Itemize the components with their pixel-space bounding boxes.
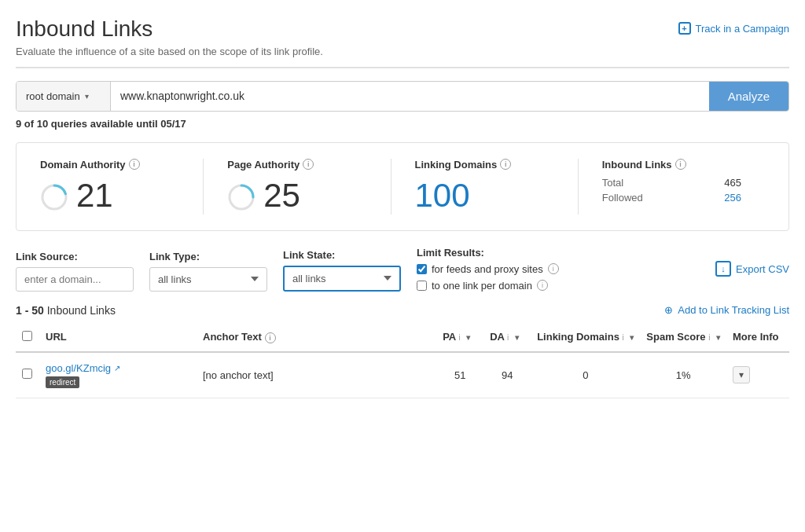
linking-domains-column-header: Linking Domains i ▾ xyxy=(531,323,640,352)
search-bar: root domain ▾ Analyze xyxy=(16,81,789,112)
select-all-checkbox[interactable] xyxy=(22,331,32,341)
row-checkbox[interactable] xyxy=(22,369,32,379)
page-subtitle: Evaluate the influence of a site based o… xyxy=(16,46,323,57)
chevron-down-icon: ▾ xyxy=(85,92,89,101)
redirect-badge: redirect xyxy=(46,376,79,388)
linking-domains-metric: Linking Domains i 100 xyxy=(415,159,579,215)
anchor-text-cell: [no anchor text] xyxy=(197,352,436,398)
more-info-cell: ▾ xyxy=(726,352,789,398)
inbound-links-label: Inbound Links xyxy=(602,159,672,171)
table-row: goo.gl/KZmcig ↗ redirect [no anchor text… xyxy=(16,352,789,398)
plus-circle-icon: ⊕ xyxy=(664,304,673,316)
pa-cell: 51 xyxy=(436,352,483,398)
expand-button[interactable]: ▾ xyxy=(733,366,750,383)
pa-column-header: PA i ▾ xyxy=(436,323,483,352)
link-source-input[interactable] xyxy=(16,267,134,292)
inbound-followed-value: 256 xyxy=(724,192,741,204)
url-input[interactable] xyxy=(111,82,709,111)
linking-domains-label: Linking Domains xyxy=(415,159,498,171)
domain-authority-info-icon[interactable]: i xyxy=(129,159,140,170)
inbound-links-table: URL Anchor Text i PA i ▾ DA i ▾ Linkin xyxy=(16,323,789,398)
url-cell: goo.gl/KZmcig ↗ redirect xyxy=(39,352,197,398)
link-source-label: Link Source: xyxy=(16,251,134,262)
track-campaign-label: Track in a Campaign xyxy=(696,23,789,35)
results-count: 1 - 50 Inbound Links xyxy=(16,304,116,317)
inbound-followed-label: Followed xyxy=(602,192,643,204)
export-csv-label: Export CSV xyxy=(736,263,789,275)
link-type-select[interactable]: all links xyxy=(149,267,267,292)
download-icon: ↓ xyxy=(715,261,731,277)
spam-score-column-header: Spam Score i ▾ xyxy=(640,323,726,352)
da-cell: 94 xyxy=(483,352,531,398)
limit-results-label: Limit Results: xyxy=(417,247,559,259)
filters-row: Link Source: Link Type: all links Link S… xyxy=(16,247,789,292)
one-link-domain-info-icon[interactable]: i xyxy=(537,280,548,291)
one-link-domain-label: to one link per domain xyxy=(432,280,532,292)
domain-authority-value: 21 xyxy=(76,177,113,215)
linking-domains-info-icon[interactable]: i xyxy=(500,159,511,170)
link-state-label: Link State: xyxy=(283,249,401,261)
link-state-filter: Link State: all links xyxy=(283,249,401,292)
page-authority-label: Page Authority xyxy=(227,159,300,171)
da-column-header: DA i ▾ xyxy=(483,323,531,352)
url-link[interactable]: goo.gl/KZmcig ↗ xyxy=(46,362,190,374)
link-state-select[interactable]: all links xyxy=(283,266,401,292)
link-source-filter: Link Source: xyxy=(16,251,134,292)
table-controls: 1 - 50 Inbound Links ⊕ Add to Link Track… xyxy=(16,304,789,317)
export-csv-button[interactable]: ↓ Export CSV xyxy=(715,261,789,277)
metrics-panel: Domain Authority i 21 Page Authority i xyxy=(16,142,789,231)
analyze-button[interactable]: Analyze xyxy=(709,82,788,111)
link-type-filter: Link Type: all links xyxy=(149,251,267,292)
page-authority-circle xyxy=(227,182,255,210)
feeds-proxy-label: for feeds and proxy sites xyxy=(432,263,543,275)
plus-icon: + xyxy=(678,22,691,35)
domain-authority-label: Domain Authority xyxy=(40,159,126,171)
linking-domains-cell: 0 xyxy=(531,352,640,398)
domain-authority-metric: Domain Authority i 21 xyxy=(40,159,204,215)
one-link-domain-checkbox[interactable] xyxy=(417,281,427,291)
url-text: goo.gl/KZmcig xyxy=(46,362,111,374)
limit-results-group: Limit Results: for feeds and proxy sites… xyxy=(417,247,559,292)
external-link-icon: ↗ xyxy=(114,364,120,372)
more-info-column-header: More Info xyxy=(726,323,789,352)
anchor-text-column-header: Anchor Text i xyxy=(197,323,436,352)
page-authority-metric: Page Authority i 25 xyxy=(227,159,391,215)
track-campaign-link[interactable]: + Track in a Campaign xyxy=(678,22,789,35)
feeds-proxy-info-icon[interactable]: i xyxy=(548,263,559,274)
ld-sort-icon[interactable]: ▾ xyxy=(630,333,634,342)
inbound-links-metric: Inbound Links i Total 465 Followed 256 xyxy=(602,159,765,215)
inbound-total-label: Total xyxy=(602,177,623,189)
add-tracking-label: Add to Link Tracking List xyxy=(678,304,789,316)
anchor-text-info-icon[interactable]: i xyxy=(265,332,276,343)
queries-info: 9 of 10 queries available until 05/17 xyxy=(16,118,789,130)
inbound-total-value: 465 xyxy=(724,177,741,189)
spam-score-cell: 1% xyxy=(640,352,726,398)
link-type-label: Link Type: xyxy=(149,251,267,262)
feeds-proxy-checkbox[interactable] xyxy=(417,264,427,274)
page-authority-info-icon[interactable]: i xyxy=(303,159,314,170)
domain-type-label: root domain xyxy=(26,90,80,102)
inbound-links-info-icon[interactable]: i xyxy=(675,159,686,170)
domain-authority-circle xyxy=(40,182,68,210)
domain-type-select[interactable]: root domain ▾ xyxy=(17,82,111,111)
add-tracking-button[interactable]: ⊕ Add to Link Tracking List xyxy=(664,304,789,316)
da-sort-icon[interactable]: ▾ xyxy=(515,333,519,342)
page-title: Inbound Links xyxy=(16,16,323,42)
url-column-header: URL xyxy=(39,323,197,352)
spam-sort-icon[interactable]: ▾ xyxy=(716,333,720,342)
linking-domains-value: 100 xyxy=(415,177,470,215)
page-authority-value: 25 xyxy=(263,177,300,215)
pa-sort-icon[interactable]: ▾ xyxy=(466,333,470,342)
